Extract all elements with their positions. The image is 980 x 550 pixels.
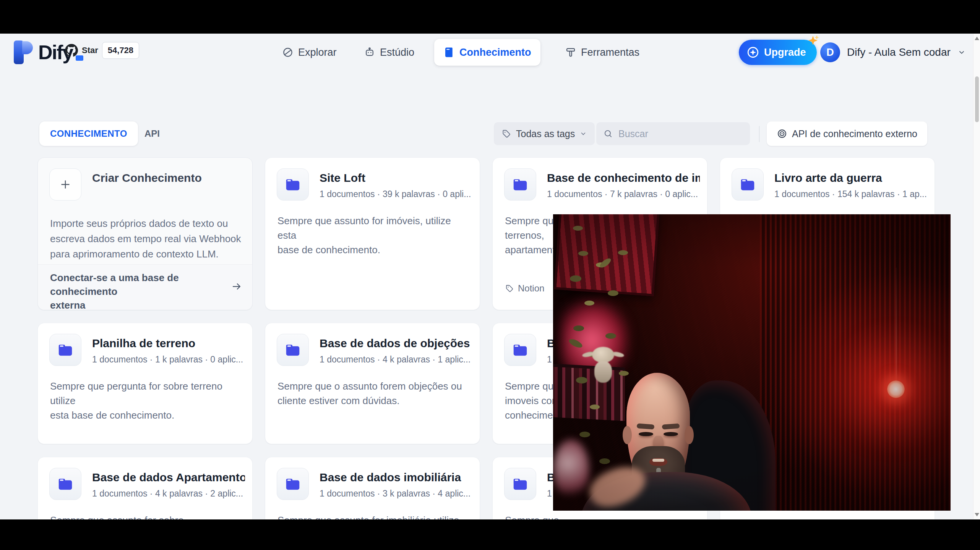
github-star-widget[interactable]: Star 54,728 [65, 42, 139, 59]
sparkles-icon [803, 34, 820, 50]
top-navigation-bar: Dify Star 54,728 Explorar Estúdio [0, 34, 980, 76]
connect-external-knowledge-link[interactable]: Conectar-se a uma base de conhecimento e… [38, 264, 252, 310]
upgrade-label: Upgrade [764, 47, 806, 58]
knowledge-book-icon [443, 47, 455, 58]
external-knowledge-api-button[interactable]: API de conhecimento externo [767, 121, 927, 146]
tag-filter-label: Todas as tags [516, 128, 575, 139]
search-input[interactable] [618, 128, 734, 140]
workspace-name: Dify - Aula Sem codar [847, 46, 951, 58]
tab-api[interactable]: API [144, 121, 160, 146]
upgrade-button[interactable]: Upgrade [739, 40, 817, 65]
letterbox-top [0, 0, 980, 34]
github-star-count: 54,728 [102, 42, 139, 59]
scrollbar-up-arrow[interactable] [975, 37, 979, 40]
toolbar-divider [759, 126, 759, 142]
card-meta: 1 documentos · 3 k palavras · 4 aplic... [320, 489, 476, 499]
folder-icon [504, 168, 536, 201]
nav-item-explorar[interactable]: Explorar [273, 39, 346, 66]
arrow-right-icon [231, 281, 242, 292]
card-title: Base de dados imobiliária [320, 471, 472, 484]
chevron-down-icon [957, 48, 966, 57]
scrollbar-thumb[interactable] [975, 76, 979, 122]
nav-item-ferramentas[interactable]: Ferramentas [556, 39, 649, 66]
card-description: Sempre que pergunta for sobre terreno ut… [50, 379, 243, 422]
nav-label: Ferramentas [581, 47, 639, 58]
nav-label: Conhecimento [459, 47, 531, 58]
search-field[interactable] [596, 122, 750, 145]
folder-icon [277, 168, 309, 201]
folder-icon [732, 168, 764, 201]
card-title: Base de conhecimento de im... [547, 171, 700, 184]
scrollbar-down-arrow[interactable] [975, 513, 979, 516]
folder-icon [49, 468, 81, 500]
external-api-label: API de conhecimento externo [792, 128, 917, 139]
nav-label: Estúdio [380, 47, 414, 58]
knowledge-card-site-loft[interactable]: Site Loft 1 documentos · 39 k palavras ·… [265, 157, 480, 310]
tag-icon [501, 129, 511, 139]
folder-icon [504, 334, 536, 366]
plus-icon [49, 168, 81, 201]
folder-icon [277, 468, 309, 500]
create-card-title: Criar Conhecimento [92, 171, 245, 184]
card-meta: 1 documentos · 7 k palavras · 0 aplic... [547, 189, 704, 199]
card-meta: 1 documentos · 39 k palavras · 0 apli... [320, 189, 476, 199]
tab-conhecimento[interactable]: CONHECIMENTO [39, 121, 138, 146]
vertical-scrollbar[interactable] [973, 34, 980, 519]
card-title: Site Loft [320, 171, 472, 184]
search-icon [603, 129, 613, 139]
letterbox-bottom [0, 519, 980, 550]
knowledge-card-planilha-terreno[interactable]: Planilha de terreno 1 documentos · 1 k p… [37, 323, 253, 444]
card-title: Livro arte da guerra [774, 171, 927, 184]
vignette [553, 214, 951, 511]
webcam-video-overlay [553, 214, 951, 511]
github-star-label: Star [82, 45, 98, 55]
app-window: Dify Star 54,728 Explorar Estúdio [0, 0, 980, 550]
card-description: Sempre que o assunto forem objeções ou c… [277, 379, 471, 408]
nav-label: Explorar [298, 47, 337, 58]
card-meta: 1 documentos · 1 k palavras · 0 aplic... [92, 354, 249, 365]
connect-external-label: Conectar-se a uma base de conhecimento e… [50, 271, 218, 312]
card-description: Sempre que assunto for imóveis, utilize … [277, 214, 471, 257]
explore-icon [282, 47, 294, 58]
tag-label: Notion [518, 283, 544, 294]
tools-hammer-icon [565, 47, 576, 58]
upgrade-badge-icon [746, 46, 759, 59]
card-title: Planilha de terreno [92, 337, 245, 350]
folder-icon [504, 468, 536, 500]
account-menu[interactable]: D Dify - Aula Sem codar [820, 39, 966, 66]
github-octocat-icon [65, 44, 78, 57]
knowledge-card-objecoes[interactable]: Base de dados de objeções 1 documentos ·… [265, 323, 480, 444]
notion-tag: Notion [505, 283, 544, 294]
dify-logo-icon [14, 40, 33, 64]
tag-filter-dropdown[interactable]: Todas as tags [494, 122, 595, 145]
studio-robot-icon [364, 47, 375, 58]
external-api-icon [777, 128, 787, 139]
create-knowledge-card[interactable]: Criar Conhecimento Importe seus próprios… [37, 157, 253, 310]
card-meta: 1 documentos · 4 k palavras · 2 aplic... [92, 489, 249, 499]
card-title: Base de dados de objeções [320, 337, 472, 350]
card-meta: 1 documentos · 4 k palavras · 1 aplic... [320, 354, 476, 365]
folder-icon [277, 334, 309, 366]
avatar: D [820, 42, 840, 62]
nav-item-estudio[interactable]: Estúdio [355, 39, 423, 66]
create-card-description: Importe seus próprios dados de texto ou … [50, 216, 243, 262]
card-meta: 1 documentos · 154 k palavras · 1 ap... [774, 189, 931, 199]
card-title: Base de dados Apartamento [92, 471, 245, 484]
tag-icon [505, 284, 514, 293]
nav-item-conhecimento[interactable]: Conhecimento [434, 39, 540, 66]
chevron-down-icon [579, 130, 587, 138]
folder-icon [49, 334, 81, 366]
